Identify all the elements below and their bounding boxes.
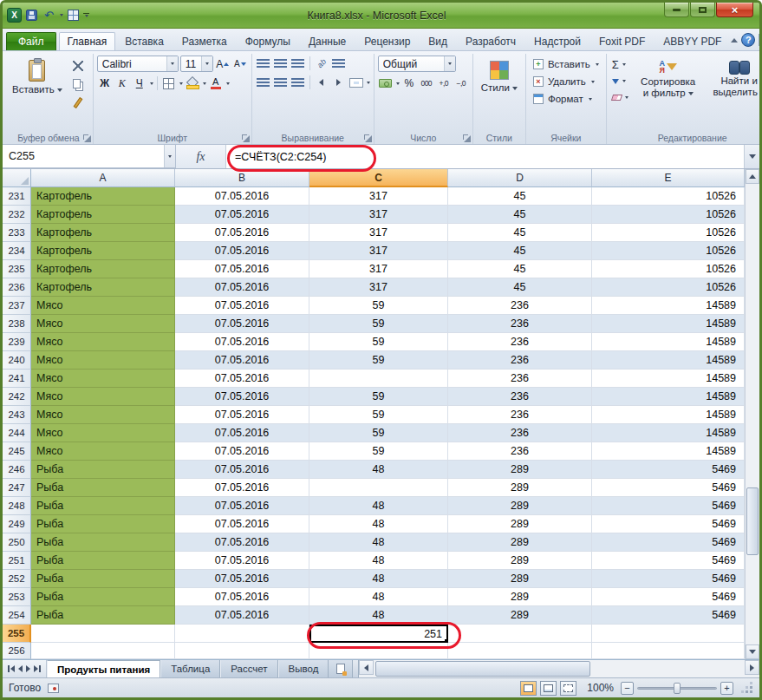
- vertical-scrollbar[interactable]: [745, 169, 759, 659]
- cell-E245[interactable]: 14589: [592, 442, 745, 461]
- ribbon-tab-Главная[interactable]: Главная: [59, 32, 116, 50]
- cell-D252[interactable]: 289: [448, 570, 592, 588]
- cell-D233[interactable]: 45: [448, 224, 592, 242]
- ribbon-tab-ABBYY PDF[interactable]: ABBYY PDF: [655, 32, 730, 50]
- cell-B246[interactable]: 07.05.2016: [175, 461, 309, 479]
- zoom-level[interactable]: 100%: [587, 682, 614, 694]
- cell-D242[interactable]: 236: [448, 388, 592, 406]
- cell-D254[interactable]: 289: [448, 606, 592, 625]
- cell-E242[interactable]: 14589: [592, 388, 745, 406]
- cell-C247[interactable]: [309, 479, 448, 497]
- paste-button[interactable]: Вставить: [8, 56, 67, 131]
- cell-E231[interactable]: 10526: [592, 187, 745, 206]
- cell-C239[interactable]: 59: [309, 333, 448, 351]
- bold-button[interactable]: Ж: [97, 75, 113, 91]
- cell-A254[interactable]: Рыба: [31, 606, 175, 625]
- cell-D231[interactable]: 45: [448, 187, 592, 206]
- hscroll-track[interactable]: [374, 660, 745, 677]
- cell-E251[interactable]: 5469: [592, 552, 745, 570]
- cell-C251[interactable]: 48: [309, 552, 448, 570]
- insert-worksheet-button[interactable]: [329, 660, 353, 677]
- cell-C232[interactable]: 317: [309, 206, 448, 224]
- row-header-231[interactable]: 231: [3, 187, 31, 206]
- shrink-font-button[interactable]: А: [232, 56, 248, 72]
- cell-C238[interactable]: 59: [309, 315, 448, 333]
- column-header-B[interactable]: B: [175, 169, 309, 187]
- cell-A243[interactable]: Мясо: [31, 406, 175, 424]
- ribbon-tab-Foxit PDF[interactable]: Foxit PDF: [590, 32, 654, 50]
- autosum-button[interactable]: Σ: [610, 57, 630, 72]
- cell-E249[interactable]: 5469: [592, 515, 745, 533]
- clear-button[interactable]: [610, 90, 630, 105]
- cell-D248[interactable]: 289: [448, 497, 592, 515]
- cell-B234[interactable]: 07.05.2016: [175, 242, 309, 260]
- macro-record-icon[interactable]: [48, 684, 59, 693]
- cell-A235[interactable]: Картофель: [31, 260, 175, 278]
- dialog-launcher-icon[interactable]: [242, 134, 250, 142]
- cell-A232[interactable]: Картофель: [31, 206, 175, 224]
- row-header-252[interactable]: 252: [3, 570, 31, 588]
- align-center-button[interactable]: [273, 75, 289, 90]
- zoom-slider-thumb[interactable]: [674, 683, 681, 694]
- align-top-button[interactable]: [256, 56, 271, 71]
- dialog-launcher-icon[interactable]: [463, 134, 471, 142]
- scroll-up-button[interactable]: [746, 169, 759, 184]
- column-header-E[interactable]: E: [592, 169, 745, 187]
- cell-C252[interactable]: 48: [309, 570, 448, 588]
- cut-button[interactable]: [68, 58, 88, 74]
- row-header-239[interactable]: 239: [3, 333, 31, 351]
- formula-input[interactable]: =СЧЁТЗ(C2:C254): [226, 145, 744, 168]
- cell-C235[interactable]: 317: [309, 260, 448, 278]
- cell-D239[interactable]: 236: [448, 333, 592, 351]
- cell-A239[interactable]: Мясо: [31, 333, 175, 351]
- cell-A233[interactable]: Картофель: [31, 224, 175, 242]
- cell-A241[interactable]: Мясо: [31, 370, 175, 388]
- sheet-tab-Рассчет[interactable]: Рассчет: [220, 660, 277, 677]
- formula-bar-expand-button[interactable]: [744, 145, 759, 168]
- cell-A244[interactable]: Мясо: [31, 424, 175, 442]
- cell-C246[interactable]: 48: [309, 461, 448, 479]
- cell-C248[interactable]: 48: [309, 497, 448, 515]
- row-header-240[interactable]: 240: [3, 351, 31, 370]
- borders-button[interactable]: [161, 75, 177, 91]
- row-header-232[interactable]: 232: [3, 206, 31, 224]
- cell-B248[interactable]: 07.05.2016: [175, 497, 309, 515]
- cell-C241[interactable]: [309, 370, 448, 388]
- cell-B250[interactable]: 07.05.2016: [175, 533, 309, 552]
- sheet-tab-Таблица[interactable]: Таблица: [160, 660, 220, 677]
- cell-D245[interactable]: 236: [448, 442, 592, 461]
- cell-C233[interactable]: 317: [309, 224, 448, 242]
- dialog-launcher-icon[interactable]: [364, 134, 372, 142]
- minimize-button[interactable]: [664, 3, 689, 17]
- cell-E233[interactable]: 10526: [592, 224, 745, 242]
- underline-dropdown-icon[interactable]: [150, 82, 153, 85]
- row-header-248[interactable]: 248: [3, 497, 31, 515]
- font-family-select[interactable]: Calibri: [97, 56, 179, 72]
- column-header-D[interactable]: D: [448, 169, 592, 187]
- cell-D246[interactable]: 289: [448, 461, 592, 479]
- row-header-247[interactable]: 247: [3, 479, 31, 497]
- font-color-button[interactable]: А: [208, 75, 224, 91]
- cell-E243[interactable]: 14589: [592, 406, 745, 424]
- decrease-indent-button[interactable]: [314, 75, 329, 90]
- zoom-out-button[interactable]: −: [621, 682, 634, 695]
- cell-E247[interactable]: 5469: [592, 479, 745, 497]
- number-format-select[interactable]: Общий: [378, 56, 456, 72]
- cell-C231[interactable]: 317: [309, 187, 448, 206]
- cell-B235[interactable]: 07.05.2016: [175, 260, 309, 278]
- cell-A231[interactable]: Картофель: [31, 187, 175, 206]
- cell-D250[interactable]: 289: [448, 533, 592, 552]
- view-normal-button[interactable]: [520, 681, 537, 696]
- ribbon-tab-Разработч[interactable]: Разработч: [457, 32, 524, 50]
- cell-C244[interactable]: 59: [309, 424, 448, 442]
- cell-D253[interactable]: 289: [448, 588, 592, 606]
- row-header-235[interactable]: 235: [3, 260, 31, 278]
- view-page-break-button[interactable]: [560, 681, 576, 696]
- cell-B242[interactable]: 07.05.2016: [175, 388, 309, 406]
- cell-A253[interactable]: Рыба: [31, 588, 175, 606]
- cell-E239[interactable]: 14589: [592, 333, 745, 351]
- align-middle-button[interactable]: [273, 56, 289, 71]
- qat-table-button[interactable]: [66, 8, 81, 23]
- row-header-237[interactable]: 237: [3, 297, 31, 315]
- row-header-246[interactable]: 246: [3, 461, 31, 479]
